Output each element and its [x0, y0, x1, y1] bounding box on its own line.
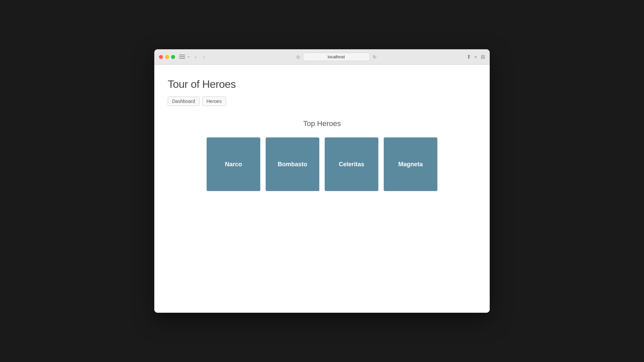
- browser-controls: ▾: [179, 55, 190, 59]
- browser-window: ▾ ‹ › ⊙ localhost ↻ ⬆ + ⊞ Tour of Heroes…: [154, 49, 490, 313]
- app-title: Tour of Heroes: [168, 78, 476, 90]
- nav-link-heroes[interactable]: Heroes: [202, 97, 226, 106]
- address-bar-area: ⊙ localhost ↻: [210, 53, 462, 61]
- grid-view-button[interactable]: ⊞: [481, 54, 485, 60]
- privacy-icon: ⊙: [296, 54, 300, 60]
- nav-link-dashboard[interactable]: Dashboard: [168, 97, 200, 106]
- section-title: Top Heroes: [168, 119, 476, 128]
- hero-card-bombasto[interactable]: Bombasto: [266, 137, 319, 191]
- hero-card-magneta[interactable]: Magneta: [384, 137, 437, 191]
- back-button[interactable]: ‹: [194, 54, 198, 60]
- hero-card-narco[interactable]: Narco: [207, 137, 260, 191]
- traffic-lights: [159, 55, 175, 59]
- hero-card-celeritas[interactable]: Celeritas: [325, 137, 378, 191]
- address-bar[interactable]: localhost: [303, 53, 370, 61]
- sidebar-toggle-button[interactable]: [179, 55, 185, 59]
- minimize-button[interactable]: [165, 55, 169, 59]
- nav-links: Dashboard Heroes: [168, 97, 476, 106]
- hero-name-bombasto: Bombasto: [278, 161, 307, 168]
- browser-content: Tour of Heroes Dashboard Heroes Top Hero…: [154, 65, 490, 313]
- reload-button[interactable]: ↻: [373, 54, 377, 60]
- close-button[interactable]: [159, 55, 163, 59]
- forward-button[interactable]: ›: [202, 54, 206, 60]
- hero-name-narco: Narco: [225, 161, 242, 168]
- browser-actions: ⬆ + ⊞: [467, 54, 485, 60]
- hero-name-celeritas: Celeritas: [339, 161, 364, 168]
- hero-name-magneta: Magneta: [398, 161, 423, 168]
- fullscreen-button[interactable]: [171, 55, 175, 59]
- chevron-down-icon: ▾: [188, 55, 190, 59]
- share-button[interactable]: ⬆: [467, 54, 471, 60]
- new-tab-button[interactable]: +: [474, 54, 477, 60]
- browser-chrome: ▾ ‹ › ⊙ localhost ↻ ⬆ + ⊞: [154, 49, 490, 65]
- heroes-grid: Narco Bombasto Celeritas Magneta: [168, 137, 476, 191]
